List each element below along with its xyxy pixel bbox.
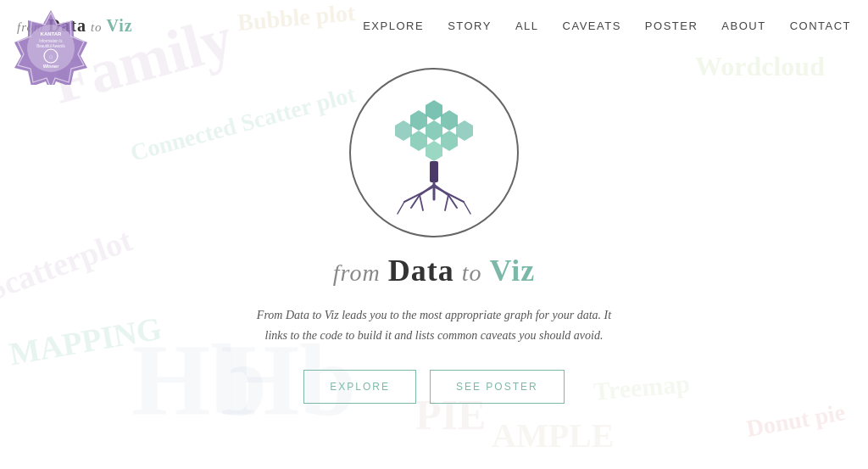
logo-to: to: [91, 20, 103, 34]
svg-marker-16: [441, 131, 458, 151]
nav-story[interactable]: STORY: [448, 20, 492, 32]
svg-marker-12: [426, 120, 442, 141]
see-poster-button[interactable]: SEE POSTER: [430, 370, 565, 404]
svg-line-27: [398, 202, 404, 214]
svg-marker-17: [426, 141, 442, 161]
nav-all[interactable]: ALL: [515, 20, 539, 32]
svg-marker-14: [456, 120, 473, 141]
svg-line-22: [420, 195, 423, 210]
svg-text:KANTAR: KANTAR: [41, 31, 63, 36]
title-from: from: [333, 260, 381, 286]
nav-poster[interactable]: POSTER: [645, 20, 698, 32]
title-viz: Viz: [489, 254, 535, 288]
svg-line-26: [404, 187, 434, 202]
navbar: from Data to Viz EXPLORE STORY ALL CAVEA…: [0, 0, 868, 51]
tree-logo: [379, 85, 489, 221]
nav-links: EXPLORE STORY ALL CAVEATS POSTER ABOUT C…: [363, 20, 851, 32]
svg-text:⬡: ⬡: [49, 54, 53, 59]
svg-line-28: [434, 187, 464, 202]
svg-marker-10: [410, 110, 427, 131]
nav-explore[interactable]: EXPLORE: [363, 20, 424, 32]
svg-marker-11: [441, 110, 458, 131]
nav-contact[interactable]: CONTACT: [790, 20, 851, 32]
award-badge: KANTAR Information Is Beautiful Awards ⬡…: [13, 8, 89, 85]
cta-buttons: EXPLORE SEE POSTER: [303, 370, 564, 404]
svg-marker-13: [395, 120, 412, 141]
title-to: to: [462, 260, 482, 286]
svg-text:Information Is: Information Is: [39, 39, 63, 43]
nav-caveats[interactable]: CAVEATS: [563, 20, 621, 32]
svg-line-29: [464, 202, 470, 214]
svg-text:Winner: Winner: [43, 64, 59, 69]
site-title: from Data to Viz: [333, 253, 535, 288]
explore-button[interactable]: EXPLORE: [303, 370, 416, 404]
svg-line-25: [445, 195, 448, 210]
title-data: Data: [388, 254, 454, 288]
logo-viz: Viz: [107, 16, 133, 35]
logo-circle: [349, 68, 519, 237]
nav-about[interactable]: ABOUT: [721, 20, 765, 32]
svg-text:Beautiful Awards: Beautiful Awards: [36, 44, 65, 48]
svg-rect-18: [430, 161, 438, 182]
svg-marker-15: [410, 131, 427, 151]
hero-description: From Data to Viz leads you to the most a…: [252, 305, 616, 346]
main-content: from Data to Viz From Data to Viz leads …: [0, 51, 868, 469]
svg-marker-9: [426, 100, 442, 120]
